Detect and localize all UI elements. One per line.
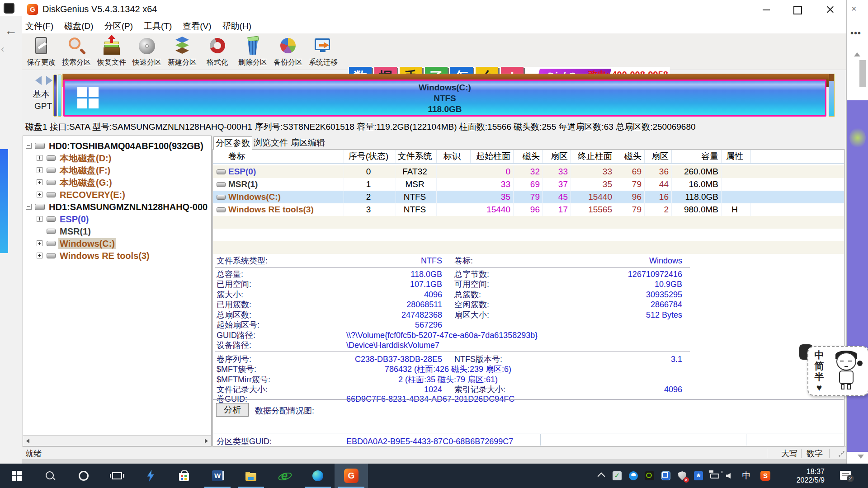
back-arrow-icon[interactable]: ← [5, 23, 17, 38]
taskbar-edge[interactable] [301, 464, 335, 488]
sogou-ime-widget[interactable]: 中简 半♥ [807, 346, 868, 396]
minimize-button[interactable] [759, 3, 774, 16]
more-menu-icon[interactable]: ••• [850, 28, 861, 38]
tree-item-windows-re[interactable]: Windows RE tools(3) [23, 249, 211, 262]
expand-icon[interactable] [37, 216, 42, 222]
expand-icon[interactable] [37, 167, 42, 173]
tree-item-recovery-e[interactable]: RECOVERY(E:) [23, 188, 211, 201]
tree-item-hd0[interactable]: HD0:TOSHIBAMQ04ABF100(932GB) [23, 140, 211, 152]
maximize-button[interactable] [789, 3, 805, 16]
recover-files-button[interactable]: 恢复文件 [94, 35, 129, 68]
taskbar-app-bolt[interactable] [134, 464, 167, 488]
task-view-button[interactable] [100, 464, 134, 488]
tree-item-local-d[interactable]: 本地磁盘(D:) [23, 152, 211, 164]
taskbar-diskgenius-active[interactable]: G [335, 464, 368, 488]
expand-icon[interactable] [37, 240, 42, 246]
taskbar-file-explorer[interactable] [234, 464, 268, 488]
taskbar-store[interactable] [167, 464, 201, 488]
taskbar-internet-explorer[interactable]: e [268, 464, 301, 488]
system-migrate-button[interactable]: 系统迁移 [306, 35, 341, 68]
menu-file[interactable]: 文件(F) [25, 20, 53, 32]
col-header-start-cyl[interactable]: 起始柱面 [471, 150, 514, 163]
scrollbar-thumb[interactable] [859, 60, 866, 87]
start-button[interactable] [0, 464, 33, 488]
taskbar-cortana-button[interactable] [67, 464, 100, 488]
tab-sector-edit[interactable]: 扇区编辑 [289, 136, 326, 150]
partition-row-esp[interactable]: ESP(0) 0 FAT32 0 32 33 33 69 36 260.0MB [213, 165, 844, 178]
next-disk-icon[interactable] [46, 76, 52, 85]
tree-item-msr[interactable]: MSR(1) [23, 225, 211, 237]
backup-partition-button[interactable]: 备份分区 [270, 35, 306, 68]
collapse-icon[interactable] [26, 143, 32, 149]
prev-disk-icon[interactable] [35, 76, 42, 85]
tray-sync-app-icon[interactable]: ✓ [611, 470, 623, 482]
col-header-attr[interactable]: 属性 [722, 150, 751, 163]
quick-partition-button[interactable]: 快速分区 [129, 35, 165, 68]
expand-icon[interactable] [37, 179, 42, 185]
col-header-start-sector[interactable]: 扇区 [543, 150, 571, 163]
analyze-button[interactable]: 分析 [216, 403, 249, 417]
partition-row-msr[interactable]: MSR(1) 1 MSR 33 69 37 35 79 44 16.0MB [213, 178, 844, 191]
tab-browse-files[interactable]: 浏览文件 [252, 136, 289, 150]
tree-item-hd1[interactable]: HD1:SAMSUNGMZNLN128HAHQ-000 [23, 201, 211, 213]
col-header-volume[interactable]: 卷标 [213, 150, 344, 163]
tray-chevron-up-icon[interactable] [595, 470, 607, 482]
menu-tools[interactable]: 工具(T) [144, 20, 172, 32]
menu-disk[interactable]: 磁盘(D) [64, 20, 93, 32]
msr-partition-bar[interactable] [58, 75, 61, 117]
menu-partition[interactable]: 分区(P) [104, 20, 133, 32]
windows-c-partition-bar[interactable]: Windows(C:) NTFS 118.0GB [63, 80, 826, 117]
scroll-right-icon[interactable] [201, 436, 211, 446]
tree-item-esp[interactable]: ESP(0) [23, 213, 211, 225]
tray-intel-graphics-icon[interactable] [660, 470, 672, 482]
format-button[interactable]: 格式化 [200, 35, 235, 68]
menu-view[interactable]: 查看(V) [183, 20, 211, 32]
resize-grip[interactable] [838, 451, 844, 457]
partition-icon [47, 229, 56, 234]
col-header-end-cyl[interactable]: 终止柱面 [571, 150, 615, 163]
scroll-down-icon[interactable] [858, 455, 864, 459]
partition-row-windows-c-selected[interactable]: Windows(C:) 2 NTFS 35 79 45 15440 96 16 … [213, 191, 844, 203]
scroll-left-icon[interactable] [23, 436, 33, 446]
tree-item-windows-c[interactable]: Windows(C:) [23, 237, 211, 249]
taskbar-clock[interactable]: 18:37 2022/5/9 [781, 467, 825, 484]
tray-defender-icon[interactable]: × [676, 470, 688, 482]
close-icon[interactable]: × [851, 4, 857, 14]
tray-sogou-icon[interactable]: S [760, 470, 771, 482]
save-changes-button[interactable]: 保存更改 [24, 35, 59, 68]
tray-ime-indicator[interactable]: 中 [741, 470, 752, 482]
close-button[interactable] [822, 3, 838, 16]
tab-partition-params[interactable]: 分区参数 [213, 136, 252, 150]
taskbar-word[interactable]: W [201, 464, 234, 488]
expand-icon[interactable] [37, 253, 42, 258]
col-header-flag[interactable]: 标识 [437, 150, 471, 163]
tray-bird-app-icon[interactable] [627, 470, 639, 482]
tray-volume-icon[interactable] [724, 470, 736, 482]
re-tools-partition-bar[interactable] [829, 74, 835, 117]
notification-center-icon[interactable]: 2 [840, 471, 851, 480]
col-header-index[interactable]: 序号(状态) [344, 150, 396, 163]
col-header-capacity[interactable]: 容量 [672, 150, 722, 163]
collapse-icon[interactable] [26, 204, 32, 210]
col-header-end-head[interactable]: 磁头 [615, 150, 645, 163]
scroll-up-icon[interactable] [854, 52, 860, 56]
tray-power-icon[interactable] [709, 470, 721, 482]
delete-partition-button[interactable]: 删除分区 [235, 35, 270, 68]
expand-icon[interactable] [37, 192, 42, 197]
tree-item-local-g[interactable]: 本地磁盘(G:) [23, 176, 211, 188]
col-header-filesystem[interactable]: 文件系统 [396, 150, 437, 163]
tree-horizontal-scrollbar[interactable] [23, 435, 211, 446]
col-header-end-sector[interactable]: 扇区 [645, 150, 672, 163]
tree-item-local-f[interactable]: 本地磁盘(F:) [23, 164, 211, 176]
new-partition-button[interactable]: 新建分区 [165, 35, 200, 68]
search-partition-button[interactable]: 搜索分区 [59, 35, 94, 68]
menu-help[interactable]: 帮助(H) [222, 20, 251, 32]
taskbar-search-button[interactable] [33, 464, 67, 488]
expand-icon[interactable] [37, 155, 42, 161]
esp-partition-bar[interactable] [53, 75, 57, 117]
tray-nvidia-icon[interactable] [644, 470, 656, 482]
partition-row-windows-re[interactable]: Windows RE tools(3) 3 NTFS 15440 96 17 1… [213, 203, 844, 216]
col-header-start-head[interactable]: 磁头 [514, 150, 543, 163]
partition-icon [47, 180, 56, 185]
tray-snowflake-app-icon[interactable]: * [693, 470, 704, 482]
